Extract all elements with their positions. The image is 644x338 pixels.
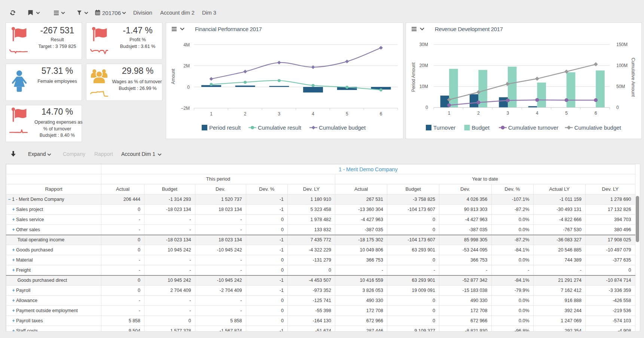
svg-text:5: 5 [565, 111, 568, 116]
svg-text:1: 1 [448, 111, 451, 116]
svg-text:Cumulative result: Cumulative result [258, 124, 302, 131]
svg-text:1: 1 [210, 111, 213, 117]
svg-text:2: 2 [477, 111, 480, 116]
svg-text:4M: 4M [183, 42, 190, 48]
svg-text:30M: 30M [419, 42, 428, 47]
svg-text:−2M: −2M [181, 106, 190, 111]
svg-text:150M: 150M [616, 42, 628, 47]
svg-text:3: 3 [278, 111, 281, 117]
svg-text:6: 6 [595, 111, 597, 116]
svg-text:4: 4 [312, 111, 314, 117]
svg-text:Financial Performance 2017: Financial Performance 2017 [195, 26, 262, 32]
svg-text:5: 5 [346, 111, 348, 117]
svg-text:3: 3 [507, 111, 509, 116]
svg-text:Period result: Period result [209, 124, 241, 131]
svg-text:Turnover: Turnover [433, 124, 455, 131]
svg-text:2: 2 [244, 111, 247, 117]
svg-text:10M: 10M [419, 84, 428, 89]
svg-text:0: 0 [616, 105, 619, 110]
svg-text:Amount: Amount [171, 69, 176, 84]
svg-text:Cumulative Amount: Cumulative Amount [631, 58, 636, 97]
svg-text:6: 6 [380, 111, 382, 117]
svg-text:100M: 100M [616, 63, 628, 68]
svg-text:50M: 50M [616, 84, 625, 89]
svg-text:4: 4 [536, 111, 538, 116]
svg-text:Revenue Development 2017: Revenue Development 2017 [435, 26, 503, 32]
svg-text:2M: 2M [183, 63, 190, 69]
svg-text:Cumulative budget: Cumulative budget [319, 124, 366, 131]
svg-text:Cumulative budget: Cumulative budget [574, 124, 622, 131]
svg-text:Budget: Budget [472, 124, 490, 131]
svg-text:Period Amount: Period Amount [411, 62, 416, 92]
svg-text:0: 0 [425, 105, 428, 110]
svg-text:20M: 20M [419, 63, 428, 68]
svg-text:0: 0 [187, 85, 190, 90]
svg-text:Cumulative turnover: Cumulative turnover [508, 124, 558, 131]
